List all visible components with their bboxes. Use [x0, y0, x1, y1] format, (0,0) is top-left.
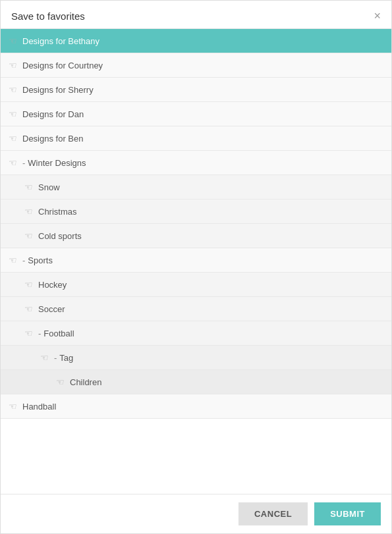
drag-handle-icon: ☜: [9, 255, 17, 265]
item-label: Handball: [22, 402, 56, 412]
list-item-ben[interactable]: ☜Designs for Ben: [1, 126, 391, 151]
item-label: Designs for Dan: [22, 109, 84, 119]
item-label: Soccer: [38, 304, 65, 314]
list-item-sherry[interactable]: ☜Designs for Sherry: [1, 78, 391, 102]
item-prefix: -: [38, 329, 41, 338]
list-item-football[interactable]: ☜- Football: [1, 321, 391, 346]
drag-handle-icon: ☜: [24, 304, 33, 314]
dialog-footer: CANCEL SUBMIT: [1, 494, 391, 533]
list-item-children[interactable]: ☜Children: [1, 370, 391, 394]
item-label: Designs for Bethany: [22, 36, 99, 46]
list-item-sports[interactable]: ☜- Sports: [1, 248, 391, 273]
drag-handle-icon: ☜: [9, 133, 17, 144]
drag-handle-icon: ☜: [9, 109, 17, 119]
item-label: Designs for Sherry: [22, 85, 94, 95]
item-label: Children: [70, 377, 101, 387]
item-label: Football: [43, 329, 74, 338]
item-label: Snow: [38, 182, 60, 192]
drag-handle-icon: ☜: [9, 401, 17, 412]
item-prefix: -: [22, 255, 25, 265]
drag-handle-icon: ☜: [9, 60, 17, 70]
drag-handle-icon: ☜: [9, 36, 17, 46]
drag-handle-icon: ☜: [24, 206, 33, 217]
item-label: Designs for Ben: [22, 134, 84, 144]
list-item-christmas[interactable]: ☜Christmas: [1, 200, 391, 224]
item-label: Christmas: [38, 207, 77, 217]
dialog-title: Save to favorites: [11, 11, 85, 22]
drag-handle-icon: ☜: [40, 352, 49, 363]
list-item-hockey[interactable]: ☜Hockey: [1, 273, 391, 297]
list-item-bethany[interactable]: ☜Designs for Bethany: [1, 29, 391, 53]
item-label: Sports: [28, 255, 53, 265]
item-label: Cold sports: [38, 231, 82, 241]
list-item-winter-designs[interactable]: ☜- Winter Designs: [1, 151, 391, 175]
list-item-dan[interactable]: ☜Designs for Dan: [1, 102, 391, 126]
item-prefix: -: [22, 158, 25, 168]
close-button[interactable]: ×: [374, 10, 381, 22]
list-item-cold-sports[interactable]: ☜Cold sports: [1, 224, 391, 248]
drag-handle-icon: ☜: [24, 230, 33, 241]
list-item-snow[interactable]: ☜Snow: [1, 175, 391, 200]
submit-button[interactable]: SUBMIT: [314, 502, 381, 525]
list-item-courtney[interactable]: ☜Designs for Courtney: [1, 53, 391, 78]
drag-handle-icon: ☜: [9, 84, 17, 95]
dialog-header: Save to favorites ×: [1, 1, 391, 29]
drag-handle-icon: ☜: [24, 328, 33, 338]
drag-handle-icon: ☜: [24, 279, 33, 290]
list-item-tag[interactable]: ☜- Tag: [1, 346, 391, 370]
drag-handle-icon: ☜: [24, 182, 33, 192]
item-label: Winter Designs: [28, 158, 86, 168]
cancel-button[interactable]: CANCEL: [238, 502, 308, 525]
item-label: Designs for Courtney: [22, 61, 103, 70]
favorites-list: ☜Designs for Bethany☜Designs for Courtne…: [1, 29, 391, 494]
list-item-handball[interactable]: ☜Handball: [1, 394, 391, 419]
list-item-soccer[interactable]: ☜Soccer: [1, 297, 391, 321]
drag-handle-icon: ☜: [9, 157, 17, 168]
save-to-favorites-dialog: Save to favorites × ☜Designs for Bethany…: [0, 0, 392, 534]
drag-handle-icon: ☜: [56, 377, 65, 387]
item-label: Hockey: [38, 280, 67, 290]
item-label: Tag: [59, 353, 73, 363]
item-prefix: -: [54, 353, 57, 363]
